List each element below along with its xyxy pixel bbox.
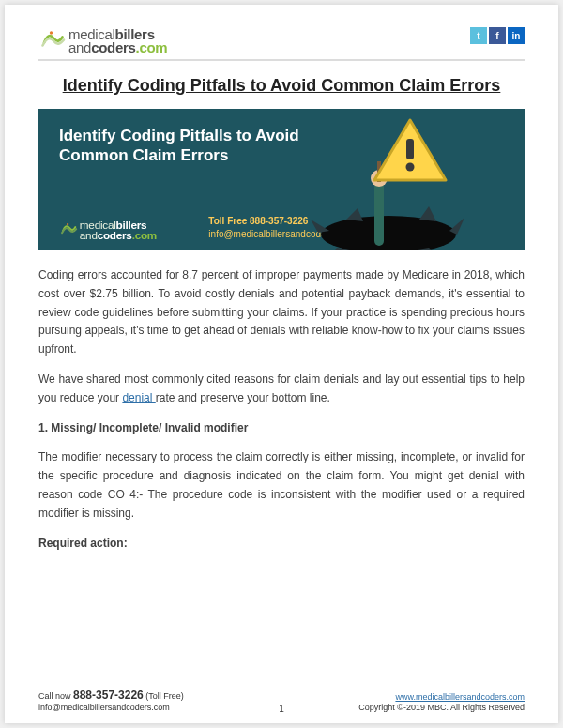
- facebook-icon[interactable]: f: [489, 27, 506, 44]
- hero-brand-logo: medicalbillers andcoders.com: [59, 220, 157, 240]
- footer-phone: 888-357-3226: [73, 689, 144, 702]
- page-title: Identify Coding Pitfalls to Avoid Common…: [38, 76, 525, 96]
- paragraph-2: We have shared most commonly cited reaso…: [38, 371, 525, 408]
- denial-link[interactable]: denial: [122, 391, 155, 404]
- page-footer: Call now 888-357-3226 (Toll Free) info@m…: [38, 689, 525, 714]
- brand-text: medicalbillers andcoders.com: [68, 28, 167, 55]
- section-heading-required-action: Required action:: [38, 535, 525, 554]
- hero-headline: Identify Coding Pitfalls to Avoid Common…: [59, 126, 322, 166]
- logo-icon: [38, 27, 67, 55]
- footer-site-link[interactable]: www.medicalbillersandcoders.com: [395, 692, 525, 702]
- section-heading-1: 1. Missing/ Incomplete/ Invalid modifier: [38, 419, 525, 438]
- p2-text-b: rate and preserve your bottom line.: [156, 391, 330, 404]
- svg-point-1: [67, 223, 68, 225]
- paragraph-3: The modifier necessary to process the cl…: [38, 448, 525, 523]
- document-page: medicalbillers andcoders.com t f in Iden…: [5, 5, 558, 723]
- article-body: Coding errors accounted for 8.7 percent …: [38, 266, 525, 553]
- twitter-icon[interactable]: t: [470, 27, 487, 44]
- svg-rect-9: [374, 180, 384, 246]
- svg-point-0: [50, 31, 53, 34]
- svg-marker-6: [419, 206, 436, 221]
- svg-marker-5: [346, 208, 363, 221]
- warning-sign-icon: [371, 116, 449, 190]
- svg-marker-3: [311, 220, 329, 233]
- page-number: 1: [38, 704, 525, 714]
- page-header: medicalbillers andcoders.com t f in: [38, 27, 525, 55]
- svg-point-14: [406, 163, 415, 172]
- logo-icon: [59, 220, 78, 239]
- hero-banner: Identify Coding Pitfalls to Avoid Common…: [38, 109, 525, 250]
- brand-logo: medicalbillers andcoders.com: [38, 27, 167, 55]
- brand-line2: andcoders.com: [68, 39, 167, 55]
- linkedin-icon[interactable]: in: [508, 27, 525, 44]
- call-now-label: Call now: [38, 691, 73, 701]
- hero-brand-text: medicalbillers andcoders.com: [80, 220, 157, 240]
- header-divider: [38, 59, 525, 61]
- paragraph-intro: Coding errors accounted for 8.7 percent …: [38, 266, 525, 359]
- toll-free-suffix: (Toll Free): [144, 691, 184, 701]
- svg-rect-13: [406, 139, 414, 159]
- social-links: t f in: [470, 27, 525, 44]
- footer-phone-line: Call now 888-357-3226 (Toll Free): [38, 689, 184, 704]
